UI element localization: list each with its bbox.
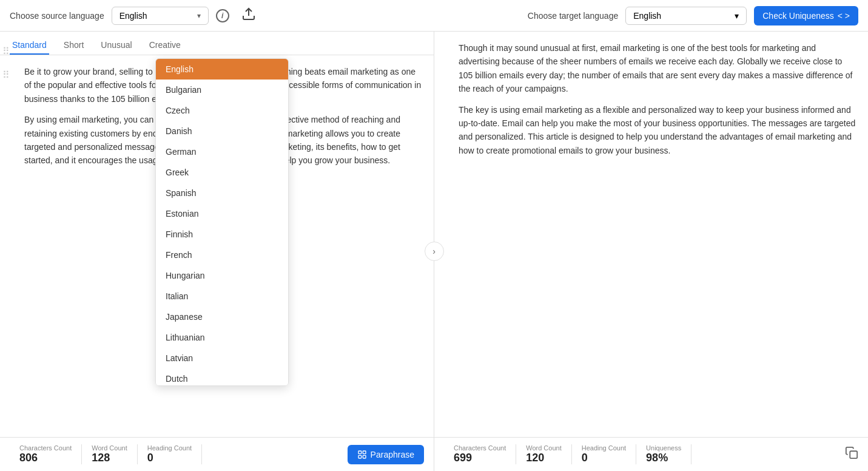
dropdown-item-bulgarian[interactable]: Bulgarian bbox=[156, 80, 288, 100]
content-area: Standard Short Unusual Creative ⠿ Be it … bbox=[0, 32, 868, 471]
svg-rect-4 bbox=[363, 455, 366, 458]
left-heading-label: Heading Count bbox=[147, 444, 192, 452]
right-para-1: Though it may sound unusual at first, em… bbox=[459, 41, 856, 96]
paraphrase-icon bbox=[357, 450, 367, 459]
dropdown-item-finnish[interactable]: Finnish bbox=[156, 224, 288, 245]
right-characters-value: 699 bbox=[454, 452, 472, 464]
right-para-2: The key is using email marketing as a fl… bbox=[459, 103, 856, 158]
tabs-row: Standard Short Unusual Creative bbox=[0, 32, 434, 55]
arrow-right-icon: › bbox=[432, 246, 436, 256]
copy-icon[interactable] bbox=[845, 446, 858, 463]
tab-creative[interactable]: Creative bbox=[147, 36, 183, 55]
source-language-select[interactable]: English ▾ bbox=[112, 7, 209, 25]
left-heading-stat: Heading Count 0 bbox=[138, 444, 202, 464]
right-heading-value: 0 bbox=[582, 452, 588, 464]
right-heading-stat: Heading Count 0 bbox=[572, 444, 636, 464]
left-characters-value: 806 bbox=[19, 452, 38, 464]
dropdown-item-greek[interactable]: Greek bbox=[156, 162, 288, 183]
dropdown-item-spanish[interactable]: Spanish bbox=[156, 183, 288, 203]
right-uniqueness-stat: Uniqueness 98% bbox=[636, 444, 691, 464]
source-label: Choose source language bbox=[10, 11, 104, 21]
right-heading-label: Heading Count bbox=[582, 444, 626, 452]
dropdown-item-french[interactable]: French bbox=[156, 245, 288, 265]
tab-short[interactable]: Short bbox=[61, 36, 86, 55]
left-bottom-bar: Characters Count 806 Word Count 128 Head… bbox=[0, 437, 434, 471]
chevron-down-icon: ▾ bbox=[197, 12, 201, 20]
svg-rect-5 bbox=[850, 451, 857, 458]
left-characters-label: Characters Count bbox=[19, 444, 72, 452]
left-characters-stat: Characters Count 806 bbox=[10, 444, 82, 464]
swap-arrow-button[interactable]: › bbox=[425, 242, 444, 261]
language-dropdown[interactable]: English Bulgarian Czech Danish German Gr… bbox=[155, 58, 289, 386]
left-heading-value: 0 bbox=[147, 452, 153, 464]
svg-rect-1 bbox=[358, 451, 362, 454]
dropdown-item-hungarian[interactable]: Hungarian bbox=[156, 265, 288, 286]
app-container: Choose source language English ▾ i Choos… bbox=[0, 0, 868, 471]
right-word-label: Word Count bbox=[526, 444, 562, 452]
tab-unusual[interactable]: Unusual bbox=[98, 36, 134, 55]
right-uniqueness-value: 98% bbox=[646, 452, 668, 464]
dropdown-item-czech[interactable]: Czech bbox=[156, 100, 288, 121]
target-language-value: English bbox=[633, 11, 661, 21]
left-word-value: 128 bbox=[92, 452, 110, 464]
right-characters-stat: Characters Count 699 bbox=[444, 444, 516, 464]
dropdown-item-dutch[interactable]: Dutch bbox=[156, 368, 288, 386]
left-word-stat: Word Count 128 bbox=[82, 444, 138, 464]
paraphrase-button[interactable]: Paraphrase bbox=[348, 445, 424, 464]
target-language-select[interactable]: English ▾ bbox=[625, 7, 747, 25]
paraphrase-label: Paraphrase bbox=[371, 450, 414, 459]
check-uniqueness-button[interactable]: Check Uniqueness < > bbox=[754, 6, 858, 25]
info-icon[interactable]: i bbox=[216, 9, 229, 22]
svg-rect-2 bbox=[363, 451, 366, 454]
right-bottom-bar: Characters Count 699 Word Count 120 Head… bbox=[434, 437, 868, 471]
chevron-down-icon-target: ▾ bbox=[735, 11, 739, 21]
dropdown-item-german[interactable]: German bbox=[156, 141, 288, 162]
dropdown-item-danish[interactable]: Danish bbox=[156, 121, 288, 141]
dropdown-item-japanese[interactable]: Japanese bbox=[156, 307, 288, 327]
tab-standard[interactable]: Standard bbox=[10, 36, 49, 55]
dropdown-item-english[interactable]: English bbox=[156, 59, 288, 80]
right-uniqueness-label: Uniqueness bbox=[646, 444, 681, 452]
top-bar: Choose source language English ▾ i Choos… bbox=[0, 0, 868, 32]
dropdown-item-lithuanian[interactable]: Lithuanian bbox=[156, 327, 288, 348]
right-panel: ⠿ Though it may sound unusual at first, … bbox=[434, 32, 868, 471]
upload-icon[interactable] bbox=[241, 7, 256, 24]
dropdown-item-estonian[interactable]: Estonian bbox=[156, 203, 288, 224]
right-word-stat: Word Count 120 bbox=[516, 444, 572, 464]
right-text: Though it may sound unusual at first, em… bbox=[446, 41, 856, 157]
svg-rect-3 bbox=[358, 455, 362, 458]
right-editor: ⠿ Though it may sound unusual at first, … bbox=[434, 32, 868, 437]
source-language-value: English bbox=[119, 11, 147, 21]
left-word-label: Word Count bbox=[92, 444, 127, 452]
drag-handle-left[interactable]: ⠿ bbox=[2, 67, 10, 83]
target-label: Choose target language bbox=[528, 11, 618, 21]
right-word-value: 120 bbox=[526, 452, 544, 464]
dropdown-item-latvian[interactable]: Latvian bbox=[156, 348, 288, 368]
check-uniqueness-arrows-icon: < > bbox=[838, 11, 850, 21]
right-characters-label: Characters Count bbox=[454, 444, 506, 452]
dropdown-item-italian[interactable]: Italian bbox=[156, 286, 288, 307]
check-uniqueness-label: Check Uniqueness bbox=[762, 11, 834, 21]
